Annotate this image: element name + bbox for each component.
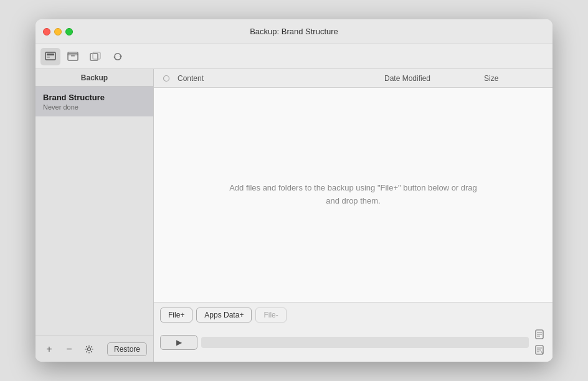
apps-data-plus-button[interactable]: Apps Data+	[196, 308, 252, 322]
sidebar-item-brand-structure[interactable]: Brand Structure Never done	[36, 87, 153, 116]
file-plus-button[interactable]: File+	[160, 308, 192, 322]
info-icon	[535, 345, 544, 355]
svg-point-11	[164, 75, 169, 81]
gear-icon	[85, 345, 93, 354]
file-minus-button[interactable]: File-	[255, 308, 286, 322]
clone-toolbar-btn[interactable]	[85, 48, 105, 65]
refresh-button[interactable]	[160, 72, 173, 85]
remove-backup-button[interactable]: −	[62, 342, 77, 357]
content-header: Content Date Modified Size	[154, 69, 552, 88]
empty-state: Add files and folders to the backup usin…	[154, 88, 552, 302]
backup-icon	[45, 52, 56, 62]
sidebar-item-subtitle: Never done	[43, 103, 146, 111]
archive-icon	[67, 52, 78, 62]
svg-rect-5	[71, 55, 75, 57]
col-header-date: Date Modified	[384, 74, 484, 83]
svg-line-20	[541, 350, 543, 354]
sync-icon	[112, 52, 123, 62]
content-footer: File+ Apps Data+ File- ▶	[154, 302, 552, 362]
svg-rect-2	[47, 57, 50, 58]
sidebar-item-name: Brand Structure	[43, 93, 146, 102]
svg-rect-0	[45, 52, 55, 60]
svg-rect-1	[47, 54, 54, 55]
svg-point-10	[88, 347, 91, 350]
empty-state-text: Add files and folders to the backup usin…	[229, 182, 478, 208]
toolbar	[36, 44, 552, 69]
main-area: Backup Brand Structure Never done + − Re…	[36, 69, 552, 362]
sidebar-header: Backup	[36, 69, 153, 87]
file-buttons-row: File+ Apps Data+ File-	[154, 303, 552, 327]
settings-button[interactable]	[82, 342, 97, 357]
clone-icon	[90, 52, 101, 62]
col-header-content: Content	[178, 74, 384, 83]
refresh-icon	[163, 75, 170, 82]
archive-toolbar-btn[interactable]	[63, 48, 83, 65]
col-header-size: Size	[484, 74, 534, 83]
backup-toolbar-btn[interactable]	[40, 48, 60, 65]
restore-button[interactable]: Restore	[107, 342, 147, 356]
window-title: Backup: Brand Structure	[250, 27, 338, 36]
progress-bar-container	[201, 337, 529, 348]
traffic-lights	[43, 28, 73, 35]
document-icon	[535, 329, 544, 339]
titlebar: Backup: Brand Structure	[36, 19, 552, 44]
sync-toolbar-btn[interactable]	[108, 48, 128, 65]
info-icon-button[interactable]	[533, 343, 546, 357]
content-panel: Content Date Modified Size Add files and…	[154, 69, 552, 362]
add-backup-button[interactable]: +	[42, 342, 57, 357]
play-icon: ▶	[176, 338, 182, 347]
app-window: Backup: Brand Structure	[36, 19, 552, 362]
progress-row: ▶	[154, 327, 552, 362]
play-button[interactable]: ▶	[160, 335, 197, 350]
sidebar-items: Brand Structure Never done	[36, 87, 153, 336]
document-icon-button[interactable]	[533, 327, 546, 341]
maximize-button[interactable]	[65, 28, 73, 35]
close-button[interactable]	[43, 28, 50, 35]
minimize-button[interactable]	[54, 28, 62, 35]
sidebar: Backup Brand Structure Never done + − Re…	[36, 69, 154, 362]
sidebar-footer: + − Restore	[36, 336, 153, 362]
